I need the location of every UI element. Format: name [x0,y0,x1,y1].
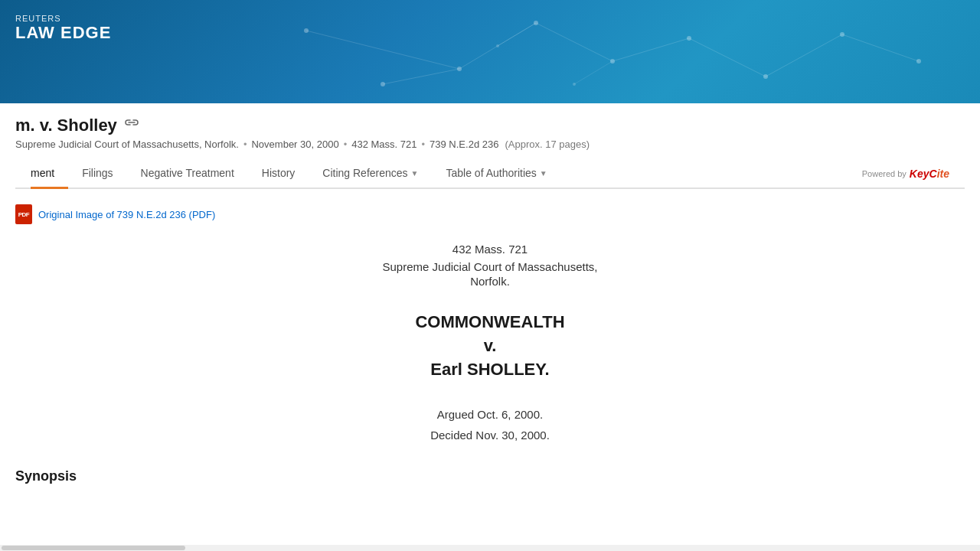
synopsis-heading: Synopsis [15,468,965,484]
header: REUTERS LAW EDGE [0,0,980,103]
keycite-area: Powered by KeyCite [862,168,949,180]
svg-line-11 [306,31,459,69]
svg-line-15 [689,38,766,77]
pdf-link-row: PDF Original Image of 739 N.E.2d 236 (PD… [15,204,965,224]
doc-citation: 432 Mass. 721 [222,243,758,256]
svg-line-16 [766,34,842,77]
doc-case-title: COMMONWEALTH v. Earl SHOLLEY. [222,311,758,381]
scrollbar-thumb[interactable] [2,546,185,550]
link-icon[interactable] [125,119,139,132]
citation1: 432 Mass. 721 [351,139,416,150]
synopsis-section: Synopsis [0,468,980,484]
tab-treatment[interactable]: ment [31,159,68,189]
tab-history[interactable]: History [248,159,309,189]
svg-line-13 [536,23,612,61]
doc-court-line1: Supreme Judicial Court of Massachusetts, [222,260,758,273]
case-title: m. v. Sholley [15,116,117,135]
tab-negative-treatment[interactable]: Negative Treatment [127,159,248,189]
argued-date: Argued Oct. 6, 2000. [222,404,758,425]
doc-title-line2: v. [222,334,758,358]
case-meta: Supreme Judicial Court of Massachusetts,… [15,139,965,150]
pdf-link[interactable]: Original Image of 739 N.E.2d 236 (PDF) [38,209,215,220]
case-document: 432 Mass. 721 Supreme Judicial Court of … [222,243,758,445]
nav-tabs: ment Filings Negative Treatment History … [15,159,965,189]
lawedge-title: LAW EDGE [15,23,111,43]
doc-court-line2: Norfolk. [222,275,758,288]
svg-line-19 [498,23,536,46]
svg-line-14 [612,38,689,61]
svg-line-17 [842,34,919,61]
approx-pages: (Approx. 17 pages) [505,139,590,150]
tab-filings[interactable]: Filings [68,159,126,189]
case-title-row: m. v. Sholley [15,116,965,135]
content-area: PDF Original Image of 739 N.E.2d 236 (PD… [0,189,980,445]
case-date: November 30, 2000 [251,139,338,150]
keycite-powered-label: Powered by [862,169,906,178]
case-title-area: m. v. Sholley Supreme Judicial Court of … [0,103,980,189]
table-of-authorities-arrow: ▼ [540,169,547,178]
reuters-label: REUTERS [15,14,111,23]
brand-logo: REUTERS LAW EDGE [15,14,111,43]
svg-line-20 [574,61,612,84]
doc-dates: Argued Oct. 6, 2000. Decided Nov. 30, 20… [222,404,758,445]
citation2: 739 N.E.2d 236 [430,139,498,150]
keycite-logo: KeyCite [910,168,949,180]
citing-references-arrow: ▼ [411,169,419,178]
court-name: Supreme Judicial Court of Massachusetts,… [15,139,239,150]
tab-table-of-authorities[interactable]: Table of Authorities ▼ [433,159,561,189]
svg-line-18 [383,69,459,84]
pdf-icon: PDF [15,204,32,224]
horizontal-scrollbar[interactable] [0,545,980,551]
tab-citing-references[interactable]: Citing References ▼ [309,159,432,189]
decided-date: Decided Nov. 30, 2000. [222,425,758,445]
doc-title-line3: Earl SHOLLEY. [222,358,758,382]
doc-title-line1: COMMONWEALTH [222,311,758,334]
